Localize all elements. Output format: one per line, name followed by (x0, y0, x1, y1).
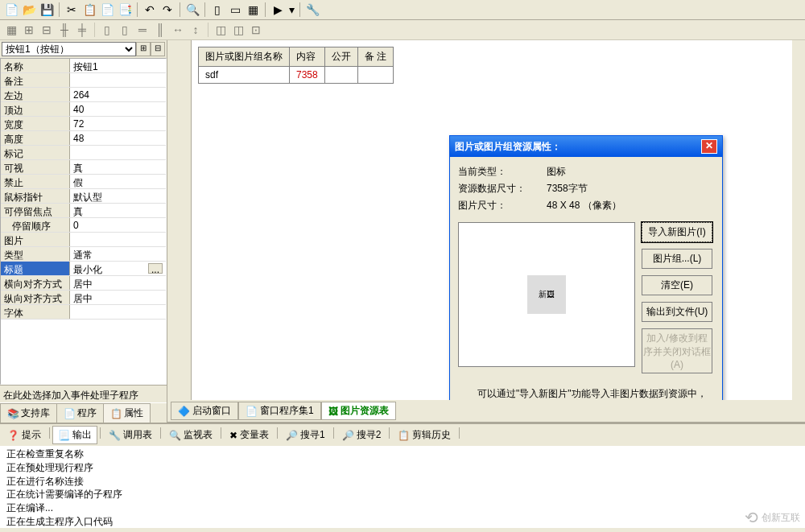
prop-value[interactable]: 264 (70, 88, 166, 101)
cut-icon[interactable]: ✂ (64, 2, 80, 18)
event-hint: 在此处选择加入事件处理子程序 (0, 385, 167, 402)
object-selector[interactable]: 按钮1（按钮） (2, 42, 136, 56)
prop-label[interactable]: 鼠标指针 (1, 189, 70, 203)
prop-label[interactable]: 标题 (1, 262, 70, 275)
bottom-tab[interactable]: 🔧调用表 (103, 426, 158, 444)
prop-value[interactable]: 假 (70, 175, 166, 188)
prop-label[interactable]: 停留顺序 (1, 218, 70, 232)
doc-tab[interactable]: 🖼图片资源表 (321, 402, 396, 420)
left-tab[interactable]: 📄程序 (56, 403, 104, 423)
prop-value[interactable]: 40 (70, 102, 166, 116)
prop-label[interactable]: 顶边 (1, 102, 70, 116)
align-icon-2: ▯ (117, 22, 133, 38)
prop-value[interactable]: 48 (70, 131, 166, 145)
dialog-button[interactable]: 输出到文件(U) (642, 302, 712, 322)
prop-label[interactable]: 横向对齐方式 (1, 276, 70, 290)
prop-label[interactable]: 字体 (1, 305, 70, 319)
output-content: 正在检查重复名称正在预处理现行程序正在进行名称连接正在统计需要编译的子程序正在编… (0, 446, 805, 528)
redo-icon[interactable]: ↷ (159, 2, 175, 18)
prop-value[interactable]: 真 (70, 160, 166, 174)
image-preview: 新🖼 (458, 222, 635, 367)
find-icon[interactable]: 🔍 (184, 2, 200, 18)
vertical-scrollbar[interactable] (792, 40, 805, 423)
prop-label[interactable]: 宽度 (1, 117, 70, 130)
dialog-button[interactable]: 导入新图片(I) (642, 222, 712, 242)
layout-icon-5: ╪ (74, 22, 90, 38)
prop-label[interactable]: 纵向对齐方式 (1, 291, 70, 304)
prop-value[interactable]: 居中 (70, 291, 166, 304)
align-icon-4: ║ (152, 22, 168, 38)
info-value: 图标 (547, 165, 566, 179)
panel-btn-2[interactable]: ⊟ (151, 42, 165, 56)
window-split1-icon[interactable]: ▯ (209, 2, 225, 18)
ellipsis-button[interactable]: ... (148, 263, 163, 274)
align-icon-6: ↕ (188, 22, 204, 38)
prop-value[interactable]: 真 (70, 204, 166, 217)
open-file-icon[interactable]: 📂 (21, 2, 37, 18)
main-toolbar-2: ▦ ⊞ ⊟ ╫ ╪ ▯ ▯ ═ ║ ↔ ↕ ◫ ◫ ⊡ (0, 20, 805, 40)
bottom-tab[interactable]: ❓提示 (2, 426, 47, 444)
copy-icon[interactable]: 📋 (81, 2, 97, 18)
new-file-icon[interactable]: 📄 (3, 2, 19, 18)
prop-label[interactable]: 可视 (1, 160, 70, 174)
bottom-tab[interactable]: 📋剪辑历史 (392, 426, 456, 444)
prop-value[interactable] (70, 146, 166, 159)
bottom-tab[interactable]: 📃输出 (52, 426, 97, 444)
doc-tab[interactable]: 🔷启动窗口 (171, 402, 238, 420)
info-label: 当前类型： (458, 165, 547, 179)
table-row[interactable]: sdf7358 (199, 67, 394, 84)
prop-label[interactable]: 名称 (1, 59, 70, 72)
prop-value[interactable]: 72 (70, 117, 166, 130)
close-icon[interactable]: ✕ (701, 139, 717, 154)
prop-label[interactable]: 备注 (1, 73, 70, 87)
properties-grid[interactable]: 名称按钮1备注左边264顶边40宽度72高度48标记可视真禁止假鼠标指针默认型可… (0, 58, 167, 385)
undo-icon[interactable]: ↶ (142, 2, 158, 18)
run-icon[interactable]: ▶ (270, 2, 286, 18)
bottom-tab[interactable]: 🔎搜寻2 (336, 426, 387, 444)
dialog-button[interactable]: 清空(E) (642, 275, 712, 295)
prop-value[interactable]: 居中 (70, 276, 166, 290)
prop-label[interactable]: 可停留焦点 (1, 204, 70, 217)
prop-label[interactable]: 禁止 (1, 175, 70, 188)
prop-value[interactable] (70, 233, 166, 246)
bottom-tab[interactable]: 🔍监视表 (163, 426, 218, 444)
bottom-tab[interactable]: ✖变量表 (224, 426, 275, 444)
layout-icon-3: ⊟ (39, 22, 55, 38)
output-line: 正在检查重复名称 (6, 447, 799, 461)
save-icon[interactable]: 💾 (39, 2, 55, 18)
info-value: 7358字节 (547, 182, 588, 196)
window-split3-icon[interactable]: ▦ (245, 2, 261, 18)
left-tab[interactable]: 📚支持库 (0, 403, 57, 423)
prop-value[interactable]: 默认型 (70, 189, 166, 203)
dialog-button[interactable]: 图片组...(L) (642, 249, 712, 269)
prop-label[interactable]: 左边 (1, 88, 70, 101)
table-header[interactable]: 公开 (324, 47, 357, 67)
prop-value[interactable]: 0 (70, 218, 166, 232)
resource-table-view: 图片或图片组名称内容公开备 注 sdf7358 图片或图片组资源属性： ✕ 当前… (192, 40, 805, 405)
left-tab[interactable]: 📋属性 (103, 403, 151, 423)
prop-label[interactable]: 标记 (1, 146, 70, 159)
paste-icon[interactable]: 📄 (99, 2, 115, 18)
prop-label[interactable]: 类型 (1, 247, 70, 261)
bottom-tab[interactable]: 🔎搜寻1 (280, 426, 331, 444)
prop-value[interactable]: 最小化... (70, 262, 166, 275)
run-dropdown-icon[interactable]: ▾ (287, 2, 295, 18)
prop-value[interactable]: 按钮1 (70, 59, 166, 72)
prop-label[interactable]: 图片 (1, 233, 70, 246)
table-header[interactable]: 内容 (290, 47, 325, 67)
image-resource-table[interactable]: 图片或图片组名称内容公开备 注 sdf7358 (198, 47, 394, 84)
group-icon-2: ◫ (230, 22, 246, 38)
window-split2-icon[interactable]: ▭ (227, 2, 243, 18)
dialog-titlebar[interactable]: 图片或图片组资源属性： ✕ (450, 136, 722, 157)
doc-tab[interactable]: 📄窗口程序集1 (238, 402, 321, 420)
panel-btn-1[interactable]: ⊞ (136, 42, 151, 56)
table-header[interactable]: 图片或图片组名称 (199, 47, 290, 67)
prop-value[interactable]: 通常 (70, 247, 166, 261)
prop-value[interactable] (70, 305, 166, 319)
prop-value[interactable] (70, 73, 166, 87)
align-icon-3: ═ (134, 22, 151, 38)
prop-label[interactable]: 高度 (1, 131, 70, 145)
paste2-icon[interactable]: 📑 (117, 2, 133, 18)
table-header[interactable]: 备 注 (357, 47, 393, 67)
tool-icon[interactable]: 🔧 (304, 2, 320, 18)
